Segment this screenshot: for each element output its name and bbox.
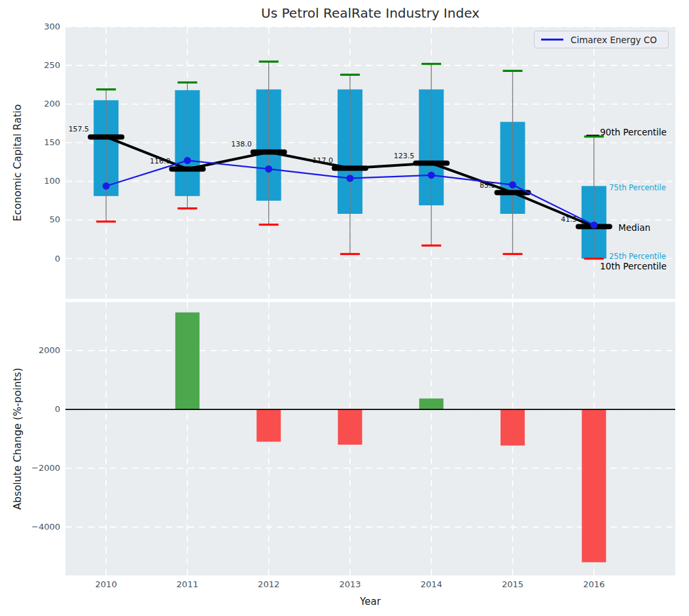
- median-bar-2013: [332, 165, 368, 171]
- bottom-bar-2016: [582, 409, 606, 562]
- bottom-bar-2012: [256, 409, 281, 441]
- company-dot-2015: [509, 181, 516, 188]
- median-annotation-2015: 85.5: [480, 181, 496, 190]
- top-ytick-label-250: 250: [24, 60, 60, 70]
- company-dot-2011: [184, 157, 191, 164]
- xtick-label-2013: 2013: [330, 579, 370, 589]
- median-bar-2011: [169, 166, 205, 171]
- company-dot-2010: [103, 182, 110, 190]
- bottom-ytick-label-2000: 2000: [24, 345, 60, 355]
- chart-canvas: [0, 0, 689, 616]
- right-label-90th-percentile: 90th Percentile: [600, 127, 667, 137]
- median-annotation-2011: 116.0: [150, 157, 171, 165]
- bottom-bar-2011: [175, 313, 200, 409]
- top-y-axis-label: Economic Capital Ratio: [12, 104, 24, 221]
- xtick-label-2016: 2016: [574, 579, 614, 589]
- x-axis-label: Year: [65, 596, 675, 607]
- bottom-ytick-label-−4000: −4000: [24, 522, 60, 532]
- right-label-25th-percentile: 25th Percentile: [609, 252, 666, 261]
- top-ytick-label-100: 100: [24, 176, 60, 186]
- median-annotation-2014: 123.5: [394, 152, 415, 160]
- bottom-bar-2015: [501, 409, 525, 445]
- company-dot-2013: [346, 175, 353, 182]
- figure: Us Petrol RealRate Industry Index Econom…: [0, 0, 689, 616]
- top-ytick-label-150: 150: [24, 137, 60, 147]
- right-label-10th-percentile: 10th Percentile: [600, 261, 667, 271]
- bottom-bar-2013: [338, 409, 362, 445]
- legend-line-sample: [541, 39, 563, 41]
- median-annotation-2013: 117.0: [312, 156, 333, 165]
- median-annotation-2010: 157.5: [69, 125, 90, 133]
- bottom-bar-2014: [419, 398, 444, 409]
- median-annotation-2012: 138.0: [231, 140, 252, 148]
- right-label-75th-percentile: 75th Percentile: [609, 183, 666, 192]
- company-dot-2012: [265, 165, 272, 173]
- top-ytick-label-200: 200: [24, 99, 60, 109]
- bottom-ytick-label-0: 0: [24, 404, 60, 414]
- legend: Cimarex Energy CO: [534, 31, 669, 48]
- median-bar-2010: [88, 134, 124, 139]
- median-bar-2012: [251, 149, 287, 154]
- bottom-y-axis-label: Absolute Change (%-points): [12, 368, 24, 510]
- bottom-ytick-label-−2000: −2000: [24, 463, 60, 473]
- xtick-label-2015: 2015: [493, 579, 532, 589]
- top-ytick-label-50: 50: [24, 214, 60, 224]
- xtick-label-2014: 2014: [412, 579, 451, 589]
- xtick-label-2012: 2012: [249, 579, 289, 589]
- xtick-label-2011: 2011: [168, 579, 207, 589]
- chart-title: Us Petrol RealRate Industry Index: [65, 5, 675, 21]
- top-ytick-label-300: 300: [24, 22, 60, 31]
- company-dot-2016: [590, 222, 597, 229]
- company-dot-2014: [428, 171, 435, 179]
- top-ytick-label-0: 0: [24, 254, 60, 264]
- median-annotation-2016: 41.5: [561, 215, 577, 224]
- right-label-median: Median: [618, 222, 650, 233]
- median-bar-2014: [413, 161, 450, 166]
- xtick-label-2010: 2010: [86, 579, 126, 589]
- legend-label: Cimarex Energy CO: [571, 35, 657, 45]
